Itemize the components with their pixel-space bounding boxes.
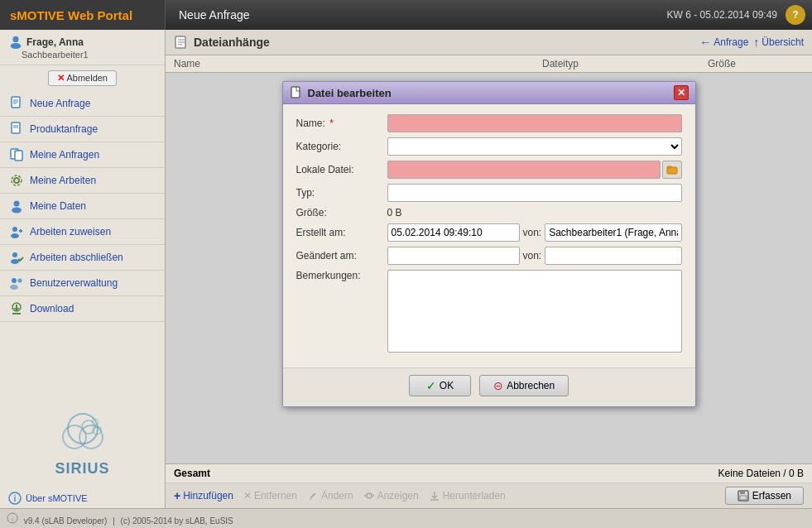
sidebar-item-arbeiten-abschliessen[interactable]: Arbeiten abschließen	[0, 245, 165, 271]
modal-title: Datei bearbeiten	[290, 86, 392, 99]
view-icon	[363, 490, 375, 502]
form-row-groesse: Größe: 0 B	[296, 207, 682, 218]
col-size-header: Größe	[708, 58, 790, 70]
svg-point-14	[12, 208, 22, 214]
groesse-value: 0 B	[387, 207, 682, 218]
status-bar: i v9.4 (sLAB Developer) | (c) 2005-2014 …	[0, 508, 812, 528]
erfassen-button[interactable]: Erfassen	[725, 487, 804, 505]
svg-text:i: i	[12, 516, 13, 523]
bemerkungen-textarea[interactable]	[387, 270, 682, 353]
toolbar-entfernen: ✕ Entfernen	[243, 490, 297, 502]
sidebar-item-benutzerverwaltung[interactable]: Benutzerverwaltung	[0, 271, 165, 296]
name-input[interactable]	[387, 114, 682, 132]
content-header: Dateianhänge ← Anfrage ↑ Übersicht	[166, 30, 812, 55]
modal-titlebar: Datei bearbeiten ✕	[283, 82, 695, 104]
content-area: Dateianhänge ← Anfrage ↑ Übersicht Name …	[166, 30, 812, 508]
lokale-datei-input[interactable]	[387, 161, 661, 179]
svg-point-13	[14, 201, 20, 207]
sidebar-item-produktanfrage[interactable]: Produktanfrage	[0, 117, 165, 142]
svg-rect-49	[740, 496, 747, 500]
groesse-label: Größe:	[296, 207, 387, 218]
attachment-icon	[174, 35, 189, 50]
logo-text: sMOTIVE Web Portal	[10, 8, 132, 22]
sidebar: Frage, Anna Sachbearbeiter1 ✕ Abmelden N…	[0, 30, 166, 508]
name-label: Name: *	[296, 118, 387, 129]
modal-overlay: Datei bearbeiten ✕ Name: *	[166, 73, 812, 463]
arbeiten-abschliessen-icon	[8, 249, 25, 266]
form-row-bemerkungen: Bemerkungen:	[296, 270, 682, 353]
sidebar-item-arbeiten-zuweisen[interactable]: Arbeiten zuweisen	[0, 219, 165, 245]
cancel-icon: ⊝	[493, 379, 503, 392]
checkmark-icon: ✓	[426, 379, 436, 392]
app-logo: sMOTIVE Web Portal	[0, 0, 166, 30]
kategorie-select-wrap	[387, 137, 682, 156]
svg-point-16	[11, 233, 19, 238]
svg-text:i: i	[14, 494, 17, 503]
svg-rect-42	[310, 492, 315, 498]
svg-point-12	[12, 175, 22, 185]
erstellt-label: Erstellt am:	[296, 227, 387, 238]
file-edit-dialog: Datei bearbeiten ✕ Name: *	[282, 81, 696, 407]
form-row-typ: Typ:	[296, 184, 682, 202]
sidebar-item-meine-daten[interactable]: Meine Daten	[0, 194, 165, 219]
svg-point-1	[11, 43, 22, 49]
sirius-logo: SIRIUS	[0, 400, 165, 488]
sidebar-item-neue-anfrage[interactable]: Neue Anfrage	[0, 91, 165, 117]
benutzerverwaltung-icon	[8, 275, 25, 291]
svg-point-19	[12, 252, 17, 257]
svg-rect-48	[740, 491, 745, 494]
svg-point-21	[12, 278, 17, 283]
ok-button[interactable]: ✓ OK	[409, 375, 471, 396]
erstellt-von-label: von:	[523, 227, 542, 238]
svg-rect-10	[15, 151, 22, 161]
header: sMOTIVE Web Portal Neue Anfrage KW 6 - 0…	[0, 0, 812, 30]
geaendert-von-label: von:	[523, 250, 542, 262]
toolbar-aendern: Ändern	[307, 490, 353, 502]
cancel-button[interactable]: ⊝ Abbrechen	[479, 375, 569, 396]
meine-daten-icon	[8, 198, 25, 214]
help-button[interactable]: ?	[786, 5, 805, 25]
geaendert-input[interactable]	[387, 247, 520, 265]
status-icon: i	[7, 512, 18, 524]
content-actions: ← Anfrage ↑ Übersicht	[699, 36, 804, 49]
sidebar-item-meine-anfragen[interactable]: Meine Anfragen	[0, 142, 165, 168]
sidebar-item-download[interactable]: Download	[0, 296, 165, 322]
toolbar-hinzufuegen[interactable]: + Hinzufügen	[174, 489, 233, 502]
uebersicht-link[interactable]: ↑ Übersicht	[753, 36, 804, 49]
folder-open-icon	[666, 164, 678, 175]
bottom-bar: Gesamt Keine Dateien / 0 B	[166, 463, 812, 482]
erstellt-von-input[interactable]	[545, 223, 681, 242]
user-name: Frage, Anna	[8, 35, 156, 50]
required-star: *	[329, 118, 334, 129]
toolbar: + Hinzufügen ✕ Entfernen Ändern Anzeigen…	[166, 482, 812, 508]
sidebar-item-meine-arbeiten[interactable]: Meine Arbeiten	[0, 168, 165, 194]
svg-rect-41	[667, 166, 671, 168]
geaendert-von-input[interactable]	[545, 247, 681, 265]
anfrage-link[interactable]: ← Anfrage	[699, 36, 748, 49]
svg-marker-43	[309, 498, 312, 500]
svg-rect-39	[291, 87, 300, 98]
sidebar-nav: Neue Anfrage Produktanfrage Meine Anfrag…	[0, 91, 165, 400]
erstellt-input[interactable]	[387, 223, 520, 242]
plus-icon: +	[174, 489, 180, 502]
gesamt-label: Gesamt	[174, 468, 210, 479]
geaendert-label: Geändert am:	[296, 250, 387, 262]
col-name-header: Name	[174, 58, 542, 70]
typ-input[interactable]	[387, 184, 682, 202]
gesamt-value: Keine Dateien / 0 B	[718, 468, 804, 479]
about-link[interactable]: i Über sMOTIVE	[0, 488, 165, 508]
form-row-kategorie: Kategorie:	[296, 137, 682, 156]
back-arrow-icon: ←	[699, 36, 711, 49]
modal-close-button[interactable]: ✕	[674, 85, 689, 100]
kategorie-select[interactable]	[387, 137, 682, 156]
logout-button[interactable]: ✕ Abmelden	[48, 70, 117, 86]
file-browse-button[interactable]	[662, 161, 682, 179]
header-datetime: KW 6 - 05.02.2014 09:49	[667, 9, 786, 21]
svg-point-11	[14, 178, 19, 183]
logout-x-icon: ✕	[57, 73, 65, 83]
content-title: Dateianhänge	[174, 35, 270, 50]
col-type-header: Dateityp	[542, 58, 708, 70]
lokale-datei-label: Lokale Datei:	[296, 164, 387, 175]
table-body: Datei bearbeiten ✕ Name: *	[166, 73, 812, 463]
version-info: i v9.4 (sLAB Developer) | (c) 2005-2014 …	[7, 512, 233, 526]
